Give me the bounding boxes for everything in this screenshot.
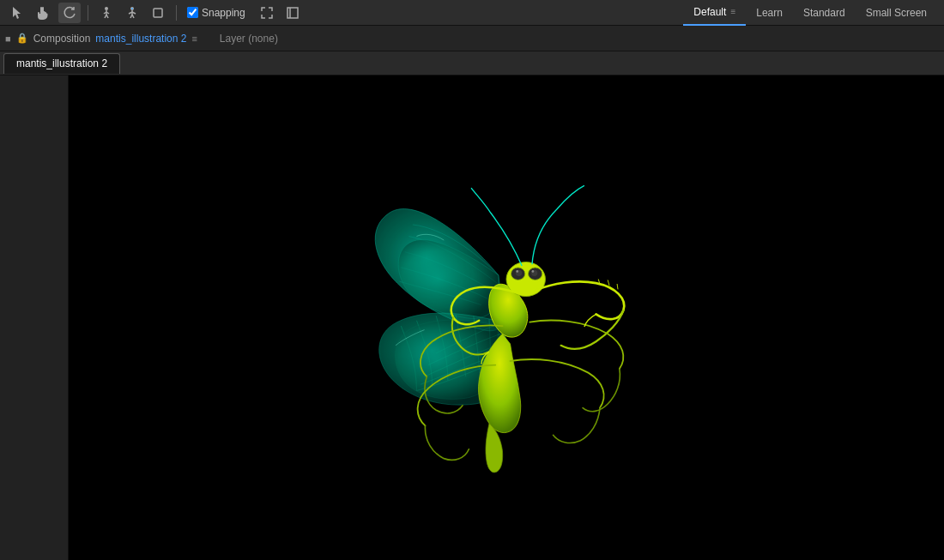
puppet-tool-button[interactable] bbox=[95, 3, 118, 23]
comp-prefix: Composition bbox=[33, 33, 91, 45]
svg-line-12 bbox=[132, 15, 134, 18]
expand-tool-button[interactable] bbox=[256, 3, 278, 23]
svg-rect-14 bbox=[154, 9, 162, 17]
layer-info: Layer (none) bbox=[220, 33, 278, 45]
main-content bbox=[0, 75, 944, 560]
svg-point-13 bbox=[131, 8, 133, 9]
svg-line-6 bbox=[106, 15, 108, 18]
lock-icon: 🔒 bbox=[16, 33, 28, 44]
workspace-learn[interactable]: Learn bbox=[746, 0, 793, 26]
toolbar-divider-1 bbox=[88, 5, 88, 21]
svg-point-22 bbox=[516, 270, 518, 273]
composition-bar: ■ 🔒 Composition mantis_illustration 2 ≡ … bbox=[0, 26, 944, 51]
rotate-tool-button[interactable] bbox=[58, 3, 81, 23]
canvas-area[interactable] bbox=[69, 75, 944, 560]
pin-tool-button[interactable] bbox=[121, 3, 143, 23]
top-toolbar: Snapping Default ≡ Learn Standard Small … bbox=[0, 0, 944, 26]
toolbar-divider-2 bbox=[176, 5, 177, 21]
snapping-label: Snapping bbox=[202, 7, 245, 19]
workspace-default[interactable]: Default ≡ bbox=[683, 0, 746, 26]
svg-point-1 bbox=[105, 7, 108, 10]
tabs-row: mantis_illustration 2 bbox=[0, 51, 944, 75]
svg-rect-15 bbox=[287, 8, 298, 18]
mantis-illustration bbox=[270, 104, 742, 533]
shape-tool-button[interactable] bbox=[147, 3, 169, 23]
svg-point-23 bbox=[532, 270, 535, 273]
hand-tool-button[interactable] bbox=[33, 3, 55, 23]
canvas-bg bbox=[69, 75, 944, 560]
svg-marker-0 bbox=[13, 7, 21, 19]
snapping-checkbox[interactable] bbox=[187, 7, 198, 18]
comp-name[interactable]: mantis_illustration 2 bbox=[95, 33, 186, 45]
snapping-group: Snapping bbox=[187, 7, 245, 19]
workspace-standard[interactable]: Standard bbox=[793, 0, 856, 26]
left-panel bbox=[0, 75, 69, 560]
fullscreen-tool-button[interactable] bbox=[281, 3, 304, 23]
composition-tab[interactable]: mantis_illustration 2 bbox=[3, 53, 120, 74]
comp-menu-icon[interactable]: ≡ bbox=[191, 33, 197, 44]
workspace-small-screen[interactable]: Small Screen bbox=[856, 0, 937, 26]
select-tool-button[interactable] bbox=[7, 3, 29, 23]
workspace-switcher: Default ≡ Learn Standard Small Screen bbox=[683, 0, 937, 26]
workspace-menu-icon: ≡ bbox=[730, 7, 735, 16]
composition-icon: ■ bbox=[5, 33, 11, 44]
